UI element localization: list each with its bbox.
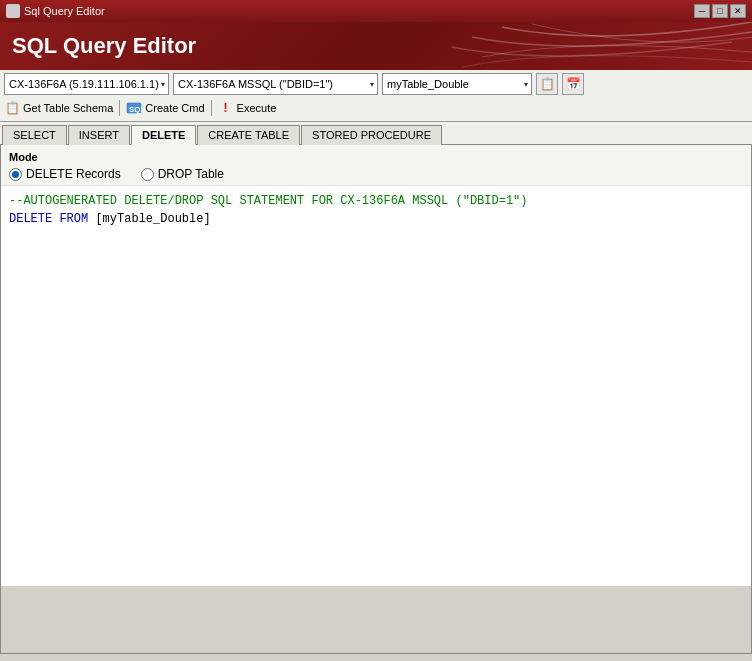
title-bar-text: Sql Query Editor [24, 5, 694, 17]
paste-icon: 📅 [566, 77, 581, 91]
schema-icon: 📋 [4, 100, 20, 116]
sql-keyword-delete: DELETE FROM [9, 212, 88, 226]
copy-icon-button[interactable]: 📋 [536, 73, 558, 95]
table-value: myTable_Double [387, 78, 469, 90]
db-dropdown-arrow: ▾ [370, 80, 374, 89]
table-dropdown-arrow: ▾ [524, 80, 528, 89]
execute-label: Execute [237, 102, 277, 114]
minimize-button[interactable]: ─ [694, 4, 710, 18]
tab-insert[interactable]: INSERT [68, 125, 130, 145]
server-dropdown-arrow: ▾ [161, 80, 165, 89]
action-bar: 📋 Get Table Schema SQL Create Cmd ! Exec… [4, 98, 748, 118]
db-dropdown[interactable]: CX-136F6A MSSQL ("DBID=1") ▾ [173, 73, 378, 95]
mode-label: Mode [9, 151, 743, 163]
create-cmd-label: Create Cmd [145, 102, 204, 114]
drop-table-option[interactable]: DROP Table [141, 167, 224, 181]
svg-text:SQL: SQL [129, 105, 142, 114]
drop-table-radio[interactable] [141, 168, 154, 181]
tabs-bar: SELECT INSERT DELETE CREATE TABLE STORED… [0, 122, 752, 145]
app-icon [6, 4, 20, 18]
sql-editor[interactable]: --AUTOGENERATED DELETE/DROP SQL STATEMEN… [1, 186, 751, 586]
connection-bar: CX-136F6A (5.19.111.106.1.1) ▾ CX-136F6A… [4, 73, 748, 95]
tab-stored-procedure[interactable]: STORED PROCEDURE [301, 125, 442, 145]
restore-button[interactable]: □ [712, 4, 728, 18]
title-bar: Sql Query Editor ─ □ ✕ [0, 0, 752, 22]
execute-button[interactable]: ! Execute [218, 100, 277, 116]
tab-delete[interactable]: DELETE [131, 125, 196, 145]
delete-records-label: DELETE Records [26, 167, 121, 181]
server-dropdown[interactable]: CX-136F6A (5.19.111.106.1.1) ▾ [4, 73, 169, 95]
get-schema-button[interactable]: 📋 Get Table Schema [4, 100, 113, 116]
drop-table-label: DROP Table [158, 167, 224, 181]
table-dropdown[interactable]: myTable_Double ▾ [382, 73, 532, 95]
db-value: CX-136F6A MSSQL ("DBID=1") [178, 78, 333, 90]
mode-section: Mode DELETE Records DROP Table [1, 145, 751, 186]
tab-create-table[interactable]: CREATE TABLE [197, 125, 300, 145]
cmd-icon: SQL [126, 100, 142, 116]
separator-1 [119, 100, 120, 116]
paste-icon-button[interactable]: 📅 [562, 73, 584, 95]
sql-table-ref: [myTable_Double] [95, 212, 210, 226]
delete-records-radio[interactable] [9, 168, 22, 181]
content-wrapper: Mode DELETE Records DROP Table --AUTOGEN… [0, 145, 752, 654]
copy-icon: 📋 [540, 77, 555, 91]
create-cmd-button[interactable]: SQL Create Cmd [126, 100, 204, 116]
window-controls: ─ □ ✕ [694, 4, 746, 18]
toolbar-area: CX-136F6A (5.19.111.106.1.1) ▾ CX-136F6A… [0, 70, 752, 122]
tab-select[interactable]: SELECT [2, 125, 67, 145]
close-button[interactable]: ✕ [730, 4, 746, 18]
sql-code-line: DELETE FROM [myTable_Double] [9, 210, 743, 228]
separator-2 [211, 100, 212, 116]
delete-records-option[interactable]: DELETE Records [9, 167, 121, 181]
header-title: SQL Query Editor [12, 33, 196, 59]
sql-comment-line: --AUTOGENERATED DELETE/DROP SQL STATEMEN… [9, 192, 743, 210]
header-banner: SQL Query Editor [0, 22, 752, 70]
mode-options: DELETE Records DROP Table [9, 167, 743, 181]
get-schema-label: Get Table Schema [23, 102, 113, 114]
execute-icon: ! [218, 100, 234, 116]
server-value: CX-136F6A (5.19.111.106.1.1) [9, 78, 159, 90]
